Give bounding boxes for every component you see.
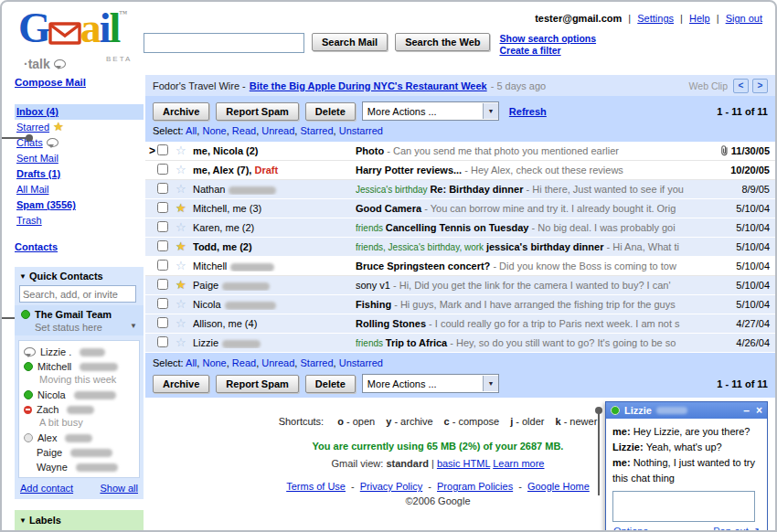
email-row[interactable]: ★Mitchell, me (3)Good Camera - You can b…	[145, 199, 775, 218]
delete-button[interactable]: Delete	[305, 102, 356, 121]
select-none-link[interactable]: None	[202, 125, 226, 136]
email-row[interactable]: ☆NathanJessica's birthday Re: Birthday d…	[145, 180, 775, 199]
email-row[interactable]: ☆Lizziefriends Trip to Africa - Hey, so …	[145, 334, 775, 353]
sidebar-item-contacts[interactable]: Contacts	[15, 241, 58, 252]
row-checkbox[interactable]	[157, 221, 168, 232]
star-icon[interactable]: ☆	[176, 338, 193, 347]
contact-item[interactable]: Lizzie .	[22, 345, 136, 359]
webclip-next-button[interactable]: >	[752, 79, 768, 93]
refresh-link[interactable]: Refresh	[509, 106, 547, 117]
star-icon[interactable]: ☆	[176, 300, 193, 309]
select-unstarred-link[interactable]: Unstarred	[339, 125, 383, 136]
select-starred-link[interactable]: Starred	[300, 125, 333, 136]
webclip-prev-button[interactable]: <	[733, 79, 749, 93]
signout-link[interactable]: Sign out	[726, 13, 762, 24]
footer-link-program-policies[interactable]: Program Policies	[437, 481, 513, 492]
archive-button[interactable]: Archive	[153, 102, 209, 121]
compose-mail-link[interactable]: Compose Mail	[15, 77, 86, 88]
search-mail-button[interactable]: Search Mail	[312, 33, 388, 51]
folder-link[interactable]: Chats	[16, 137, 43, 148]
star-icon[interactable]: ☆	[176, 223, 193, 232]
quick-contacts-search-input[interactable]	[19, 285, 136, 303]
select-unread-link[interactable]: Unread	[261, 125, 294, 136]
labels-header[interactable]: ▼ Labels	[15, 511, 144, 528]
email-row[interactable]: ★Todd, me (2)friends, Jessica's birthday…	[145, 238, 775, 257]
sidebar-item-all-mail[interactable]: All Mail	[15, 182, 144, 197]
contact-item[interactable]: Zach	[22, 402, 136, 417]
webclip-headline-link[interactable]: Bite the Big Apple During NYC's Restaura…	[250, 80, 487, 91]
row-checkbox[interactable]	[157, 317, 168, 328]
star-icon-filled[interactable]: ★	[176, 281, 193, 290]
select-all-link[interactable]: All	[186, 357, 197, 368]
chat-options-link[interactable]: Options ▸	[613, 526, 655, 532]
row-checkbox[interactable]	[157, 164, 168, 175]
sidebar-item-spam-3556[interactable]: Spam (3556)	[15, 197, 144, 213]
email-row[interactable]: ★Paigesony v1 - Hi, Did you get the link…	[145, 276, 775, 295]
chat-minimize-button[interactable]: –	[743, 405, 750, 416]
contact-item[interactable]: Paige	[22, 445, 136, 460]
email-row[interactable]: ☆MitchellBruce Springsteen concert? - Di…	[145, 257, 775, 276]
folder-link[interactable]: Inbox (4)	[16, 106, 59, 117]
star-icon[interactable]: ☆	[176, 165, 193, 175]
row-checkbox[interactable]	[157, 260, 168, 271]
email-row[interactable]: ☆Allison, me (4)Rolling Stones - I could…	[145, 314, 775, 334]
email-row[interactable]: ☆NicolaFishing - Hi guys, Mark and I hav…	[145, 295, 775, 314]
select-starred-link[interactable]: Starred	[300, 357, 333, 368]
email-row[interactable]: >☆me, Nicola (2)Photo - Can you send me …	[145, 142, 775, 161]
row-checkbox[interactable]	[157, 144, 168, 155]
row-checkbox[interactable]	[157, 240, 168, 251]
delete-button[interactable]: Delete	[305, 375, 356, 393]
select-read-link[interactable]: Read	[232, 357, 256, 368]
settings-link[interactable]: Settings	[637, 13, 674, 24]
chat-header[interactable]: Lizzie – ×	[606, 402, 767, 419]
archive-button[interactable]: Archive	[153, 375, 209, 393]
folder-link[interactable]: Spam (3556)	[16, 199, 76, 210]
show-all-link[interactable]: Show all	[100, 483, 138, 494]
contact-item[interactable]: Wayne	[22, 460, 136, 474]
show-search-options-link[interactable]: Show search options	[499, 33, 596, 44]
folder-link[interactable]: Sent Mail	[16, 153, 59, 164]
sidebar-item-starred[interactable]: Starred★	[15, 120, 144, 135]
select-unstarred-link[interactable]: Unstarred	[339, 357, 383, 368]
search-web-button[interactable]: Search the Web	[395, 33, 490, 51]
folder-link[interactable]: Starred	[16, 122, 49, 133]
add-contact-link[interactable]: Add contact	[20, 483, 73, 494]
star-icon[interactable]: ☆	[176, 185, 193, 194]
sidebar-item-sent-mail[interactable]: Sent Mail	[15, 151, 144, 166]
row-checkbox[interactable]	[157, 279, 168, 290]
footer-link-google-home[interactable]: Google Home	[527, 481, 590, 492]
select-unread-link[interactable]: Unread	[261, 357, 294, 368]
contact-item[interactable]: Alex	[22, 431, 136, 445]
create-filter-link[interactable]: Create a filter	[499, 45, 560, 56]
chat-input[interactable]	[612, 491, 755, 522]
set-status-control[interactable]: ▼Set status here	[21, 322, 140, 333]
select-none-link[interactable]: None	[202, 357, 226, 368]
learn-more-link[interactable]: Learn more	[493, 458, 544, 469]
star-icon-filled[interactable]: ★	[176, 242, 193, 251]
select-read-link[interactable]: Read	[232, 125, 256, 136]
footer-link-privacy-policy[interactable]: Privacy Policy	[360, 481, 422, 492]
contact-item[interactable]: Mitchell	[22, 359, 136, 374]
quick-contacts-header[interactable]: ▼ Quick Contacts	[15, 267, 144, 284]
report-spam-button[interactable]: Report Spam	[216, 375, 298, 393]
footer-link-terms-of-use[interactable]: Terms of Use	[286, 481, 346, 492]
more-actions-dropdown[interactable]: More Actions ... ▼	[362, 101, 499, 121]
folder-link[interactable]: All Mail	[16, 184, 48, 195]
row-checkbox[interactable]	[157, 336, 168, 347]
folder-link[interactable]: Trash	[16, 215, 42, 226]
sidebar-item-trash[interactable]: Trash	[15, 213, 144, 229]
star-icon[interactable]: ☆	[176, 261, 193, 271]
search-input[interactable]	[144, 33, 304, 53]
star-icon[interactable]: ☆	[176, 146, 193, 155]
sidebar-item-drafts-1[interactable]: Drafts (1)	[15, 166, 144, 182]
row-checkbox[interactable]	[157, 183, 168, 194]
star-icon-filled[interactable]: ★	[176, 204, 193, 213]
more-actions-dropdown[interactable]: More Actions ... ▼	[362, 374, 499, 393]
folder-link[interactable]: Drafts (1)	[16, 168, 60, 179]
star-icon[interactable]: ☆	[176, 319, 193, 328]
select-all-link[interactable]: All	[186, 125, 197, 136]
chat-popout-link[interactable]: Pop-out ↗	[713, 526, 760, 532]
row-checkbox[interactable]	[157, 202, 168, 213]
email-row[interactable]: ☆me, Alex (7), DraftHarry Potter reviews…	[145, 161, 775, 180]
help-link[interactable]: Help	[689, 13, 710, 24]
